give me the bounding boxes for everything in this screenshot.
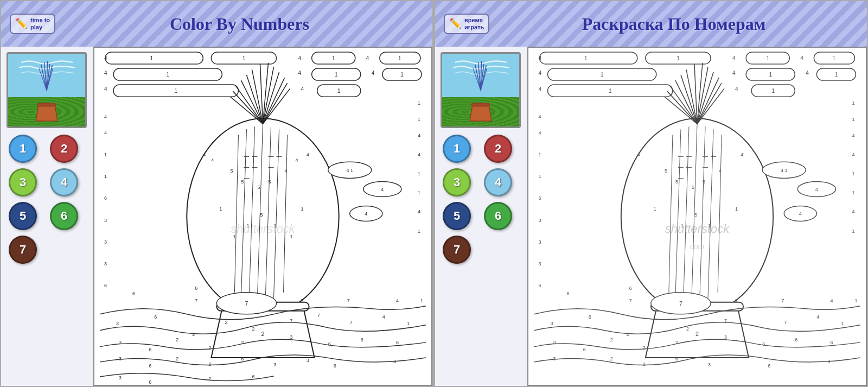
svg-text:1: 1	[104, 152, 107, 157]
svg-text:4: 4	[211, 157, 214, 163]
svg-text:6: 6	[104, 195, 107, 201]
coloring-svg-en: 1 4 1 4 1 4 1 4 1 4 1	[94, 48, 431, 385]
svg-text:1: 1	[174, 88, 177, 94]
drawing-area-ru[interactable]: 1 4 1 4 1 4 1 4 1 4 1 4	[527, 47, 867, 386]
color-legend-ru: 1 2 3 4 5 6 7	[435, 47, 527, 386]
svg-text:1: 1	[337, 88, 341, 94]
svg-rect-0	[37, 103, 56, 106]
color-4-ru[interactable]: 4	[484, 168, 512, 196]
brand-text-en: time to play	[30, 17, 50, 31]
svg-text:shutterstock: shutterstock	[665, 222, 730, 236]
color-grid-en: 1 2 3 4 5 6 7	[7, 132, 88, 266]
english-panel: ✏️ time to play Color By Numbers	[0, 0, 434, 387]
page-wrapper: ✏️ time to play Color By Numbers	[0, 0, 868, 387]
svg-text:4: 4	[203, 152, 206, 157]
color-6-ru[interactable]: 6	[484, 202, 512, 230]
svg-text:4: 4	[396, 298, 399, 303]
svg-text:4: 4	[298, 55, 302, 61]
svg-text:6: 6	[396, 340, 399, 345]
header-stripe-en: ✏️ time to play Color By Numbers	[1, 1, 432, 47]
svg-text:6: 6	[149, 347, 151, 352]
svg-text:com: com	[690, 242, 705, 251]
svg-text:3: 3	[274, 362, 277, 367]
svg-text:6: 6	[328, 341, 331, 347]
svg-rect-267	[534, 48, 860, 385]
svg-text:4: 4	[104, 114, 107, 119]
svg-text:4: 4	[298, 70, 302, 76]
pencil-icon-ru: ✏️	[449, 18, 461, 30]
svg-text:3: 3	[104, 239, 107, 245]
svg-text:4: 4	[296, 157, 298, 163]
svg-text:7: 7	[347, 298, 350, 303]
russian-panel: ✏️ время играть Раскраска По Номерам	[434, 0, 868, 387]
svg-text:1: 1	[420, 298, 423, 303]
svg-text:7: 7	[317, 313, 320, 318]
svg-text:6: 6	[132, 291, 135, 296]
color-6-en[interactable]: 6	[50, 202, 78, 230]
svg-text:1: 1	[418, 171, 420, 176]
svg-text:6: 6	[195, 286, 197, 291]
svg-text:2: 2	[176, 356, 178, 361]
preview-image-en	[7, 52, 87, 128]
color-5-en[interactable]: 5	[9, 202, 37, 230]
svg-text:1: 1	[219, 206, 222, 212]
svg-text:4: 4	[104, 70, 107, 76]
svg-text:7: 7	[350, 320, 353, 325]
title-en: Color By Numbers	[55, 14, 424, 34]
svg-text:3: 3	[290, 334, 293, 340]
svg-text:4  1: 4 1	[347, 168, 354, 173]
svg-text:1: 1	[418, 117, 420, 122]
svg-text:3: 3	[119, 356, 122, 361]
svg-text:4: 4	[104, 130, 107, 136]
svg-text:3: 3	[104, 261, 107, 267]
svg-text:7: 7	[195, 298, 197, 303]
brand-box-ru: ✏️ время играть	[444, 14, 489, 34]
brand-box-en: ✏️ time to play	[10, 14, 55, 34]
svg-text:1: 1	[418, 190, 420, 195]
svg-text:4: 4	[418, 152, 420, 157]
svg-text:2: 2	[261, 331, 264, 337]
svg-text:3: 3	[119, 340, 122, 345]
color-3-en[interactable]: 3	[9, 168, 37, 196]
svg-text:7: 7	[290, 318, 293, 323]
svg-text:4: 4	[285, 168, 288, 174]
svg-text:shutterstock: shutterstock	[231, 222, 296, 236]
svg-text:6: 6	[252, 374, 254, 379]
svg-text:6: 6	[149, 379, 151, 385]
preview-image-ru	[441, 52, 521, 128]
svg-text:2: 2	[241, 340, 244, 345]
svg-text:2: 2	[225, 320, 227, 325]
color-1-en[interactable]: 1	[9, 135, 37, 163]
color-1-ru[interactable]: 1	[443, 135, 471, 163]
color-4-en[interactable]: 4	[50, 168, 78, 196]
drawing-area-en[interactable]: 1 4 1 4 1 4 1 4 1 4 1	[93, 47, 432, 386]
svg-text:3: 3	[393, 359, 396, 364]
svg-text:1: 1	[242, 55, 246, 61]
svg-text:4: 4	[365, 211, 367, 217]
svg-text:3: 3	[307, 358, 309, 363]
color-5-ru[interactable]: 5	[443, 202, 471, 230]
svg-text:6: 6	[154, 314, 157, 320]
preview-clouds-en	[8, 56, 85, 93]
svg-text:3: 3	[116, 321, 119, 326]
color-2-en[interactable]: 2	[50, 135, 78, 163]
color-3-ru[interactable]: 3	[443, 168, 471, 196]
coloring-svg-ru: 1 4 1 4 1 4 1 4 1 4 1 4	[528, 48, 866, 385]
preview-clouds-ru	[442, 56, 519, 93]
color-7-en[interactable]: 7	[9, 236, 37, 264]
svg-text:4: 4	[418, 209, 420, 214]
svg-text:1: 1	[418, 229, 420, 234]
svg-text:5: 5	[269, 179, 271, 185]
svg-rect-2	[105, 52, 203, 64]
svg-text:3: 3	[119, 375, 122, 380]
color-2-ru[interactable]: 2	[484, 135, 512, 163]
svg-text:1: 1	[418, 100, 420, 106]
svg-text:7: 7	[245, 301, 248, 307]
svg-text:1: 1	[398, 55, 401, 61]
svg-text:2: 2	[192, 332, 195, 337]
color-7-ru[interactable]: 7	[443, 236, 471, 264]
svg-text:5: 5	[257, 185, 260, 190]
svg-text:2: 2	[252, 326, 254, 332]
svg-text:5: 5	[241, 179, 244, 185]
svg-rect-140	[471, 103, 490, 106]
